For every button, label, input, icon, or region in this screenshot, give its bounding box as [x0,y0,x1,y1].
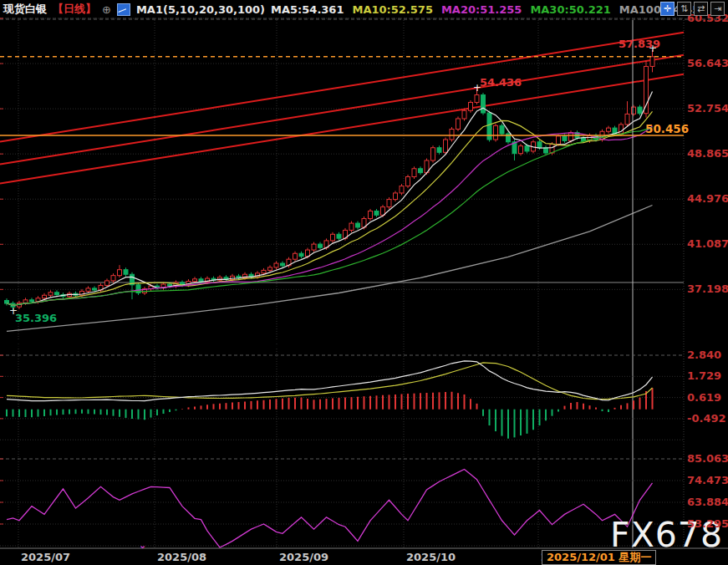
high-marker-icon: + [649,43,657,54]
crosshair-date-tooltip: 2025/12/01 星期一 [542,550,656,565]
time-axis-label: 2025/07 [21,551,70,563]
ma-value-label: MA5:54.361 [271,3,344,16]
candle-down [356,223,360,227]
candle-up [557,136,561,145]
candle-up [349,223,354,230]
diff-line [7,361,653,401]
candle-down [582,138,586,140]
macd-pane-label: MACD(26,12,9) DIFF:1.691 DEA:1.131 MACD:… [0,338,320,350]
y-axis-tick-label: 52.754 [687,102,728,115]
instrument-name: 现货白银 [3,2,47,17]
candle-up [450,129,454,140]
time-axis-label: 2025/10 [406,551,456,563]
peak-marker-icon: + [473,82,481,94]
candle-up [519,146,523,154]
candle-down [419,169,423,173]
candle-up [118,270,122,276]
candle-up [293,253,298,259]
candle-down [93,288,97,290]
add-indicator-icon[interactable]: ⊕ [102,3,111,16]
y-axis-tick-label: 37.198 [687,282,728,295]
candle-up [569,133,573,141]
y-axis-tick-label: 85.063 [687,452,728,465]
macd-name: MACD(26,12,9) [3,338,95,350]
candle-up [23,300,28,303]
candle-up [494,125,498,140]
shift-chart-icon[interactable]: ⇥ [710,2,725,16]
chart-window: 现货白银 【日线】 ⊕ MA1(5,10,20,30,100) MA5:54.3… [0,0,728,565]
ma10-line [7,111,653,305]
candle-up [394,193,398,200]
candle-up [444,140,448,152]
chart-canvas[interactable] [0,0,728,565]
trend-channel-line [0,33,684,142]
candle-down [374,211,379,215]
candle-up [369,211,373,218]
trend-channel-line [0,55,684,165]
candle-up [262,270,266,272]
candle-up [86,288,90,291]
candle-up [469,103,473,111]
x-axis-scale-icon[interactable]: ⇄ [694,2,708,16]
toolbar: ✛⇅⇄⇥ [660,2,725,16]
candle-up [105,281,109,286]
macd-dea-value: DEA:1.131 [175,338,238,350]
candle-up [312,244,316,250]
y-axis-tick-label: 74.473 [687,474,728,486]
y-axis-tick-label: 53.295 [687,517,728,530]
candle-up [400,186,404,193]
candle-down [299,253,303,256]
time-axis-label: 2025/08 [157,551,206,563]
candle-up [475,94,479,102]
chart-type-icon[interactable] [117,3,130,16]
low-marker-icon: + [9,305,18,317]
candle-down [55,293,59,295]
y-axis-tick-label: 44.976 [687,192,728,205]
current-price-label: 50.456 [645,122,689,135]
ma20-line [7,126,653,305]
y-axis-scale-icon[interactable]: ⇅ [677,2,691,16]
time-axis-label: 2025/09 [279,551,328,563]
trend-channel-line [0,74,684,184]
ma-value-label: MA30:50.221 [530,3,610,16]
candle-up [48,293,53,295]
candle-down [318,244,323,247]
candle-down [481,94,486,113]
dea-line [7,363,653,400]
y-axis-tick-label: 63.884 [687,496,728,508]
candle-up [406,176,410,186]
candle-up [331,234,335,241]
candle-up [193,279,197,282]
candle-up [412,169,416,177]
period-tag[interactable]: 【日线】 [53,2,96,17]
candle-down [638,107,642,114]
candle-up [607,128,611,131]
candle-down [544,148,548,153]
candle-down [30,300,34,302]
candle-up [644,66,649,113]
ma-value-label: MA20:51.255 [441,3,522,16]
y-axis-tick-label: 2.840 [687,349,721,361]
candle-up [431,148,435,160]
candle-down [168,284,172,286]
y-axis-tick-label: 48.865 [687,147,728,160]
layout-grid-icon[interactable]: ✛ [660,2,675,16]
candle-up [456,119,461,130]
low-price-label: 35.396 [15,312,57,324]
ma-group-label: MA1(5,10,20,30,100) [136,3,265,16]
candle-up [632,107,636,114]
y-axis-tick-label: 1.729 [687,369,721,382]
macd-diff-value: DIFF:1.691 [102,338,168,350]
y-axis-tick-label: 0.619 [687,391,721,404]
candle-down [437,148,441,153]
candle-down [124,270,128,275]
rsi3-value: RSI3:73.344 [256,442,330,455]
candle-down [537,142,542,148]
candle-up [274,263,278,267]
macd-macd-value: MACD:1.119 [246,338,321,350]
candle-down [337,234,341,238]
candle-up [111,276,115,281]
header-bar: 现货白银 【日线】 ⊕ MA1(5,10,20,30,100) MA5:54.3… [0,0,728,18]
candle-down [525,146,529,151]
rsi-name: RSI(14,14,14) [3,442,87,455]
